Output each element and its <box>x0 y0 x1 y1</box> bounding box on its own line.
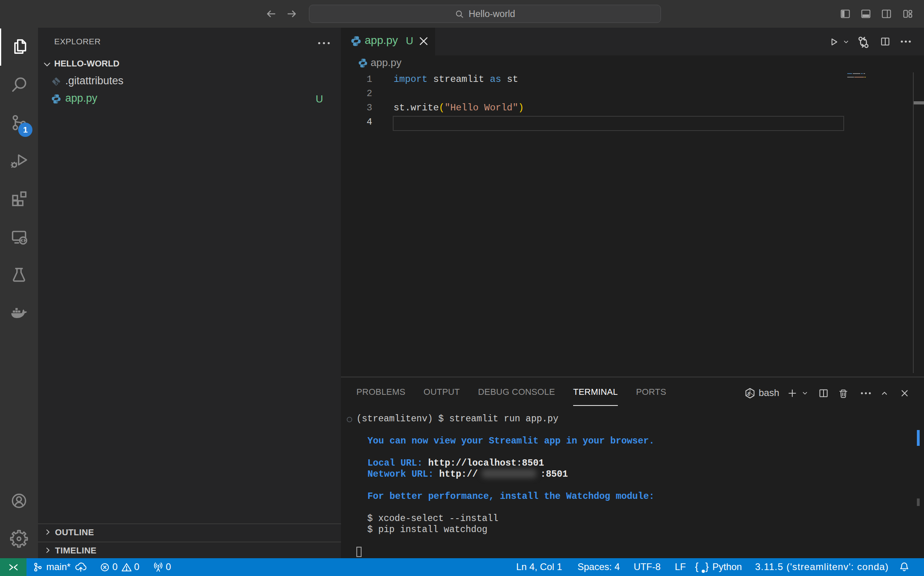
svg-text:$: $ <box>748 392 750 397</box>
